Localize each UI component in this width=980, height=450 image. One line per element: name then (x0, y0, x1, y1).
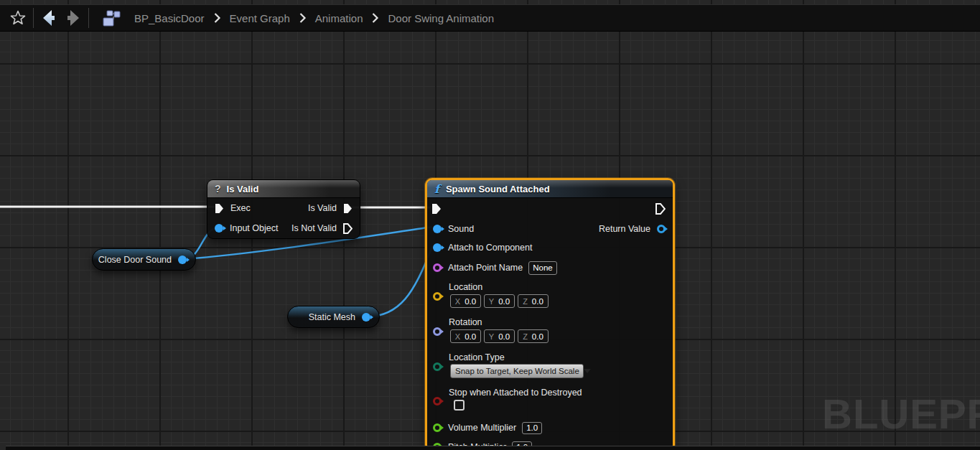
location-pin[interactable] (433, 292, 442, 301)
node-spawn-sound-attached[interactable]: f Spawn Sound Attached Sound Return Valu… (425, 178, 675, 450)
window-bottom-edge (6, 446, 980, 450)
pin-label: Is Valid (308, 203, 337, 213)
favorite-star-button[interactable] (6, 6, 30, 29)
star-icon (9, 9, 27, 27)
is-valid-exec-out-pin[interactable] (343, 203, 353, 214)
event-graph-icon (102, 9, 121, 27)
volume-multiplier-input[interactable]: 1.0 (522, 422, 542, 434)
back-arrow-icon (39, 9, 58, 27)
axis-label: Y (489, 297, 494, 306)
rotation-vector-inputs: X0.0 Y0.0 Z0.0 (450, 329, 549, 343)
stop-when-attached-checkbox[interactable] (454, 400, 465, 411)
pin-label: Rotation (449, 317, 482, 327)
blueprint-graph-canvas[interactable]: BLUEPRINT (0, 0, 980, 450)
pin-label: Exec (230, 203, 251, 213)
axis-label: Y (489, 332, 494, 341)
pin-label: Location (449, 282, 482, 292)
axis-label: Z (523, 297, 528, 306)
exec-in-pin[interactable] (431, 203, 442, 215)
location-z-input[interactable]: Z0.0 (518, 294, 549, 308)
attach-point-name-input[interactable]: None (528, 261, 557, 275)
volume-multiplier-pin[interactable] (433, 423, 442, 432)
pin-label: Input Object (230, 223, 278, 233)
axis-value: 0.0 (498, 332, 510, 341)
node-static-mesh[interactable]: Static Mesh (287, 306, 380, 328)
forward-button[interactable] (61, 6, 85, 29)
node-close-door-sound[interactable]: Close Door Sound (92, 248, 196, 271)
axis-value: 0.0 (498, 297, 510, 306)
node-title: Spawn Sound Attached (446, 184, 550, 194)
node-header[interactable]: f Spawn Sound Attached (427, 180, 673, 198)
breadcrumb-item-door-swing-animation[interactable]: Door Swing Animation (388, 12, 494, 24)
location-x-input[interactable]: X0.0 (450, 294, 481, 308)
chevron-right-icon (299, 12, 307, 24)
question-mark-icon: ? (215, 183, 221, 194)
toolbar-separator (33, 8, 34, 28)
variable-label: Close Door Sound (98, 255, 172, 265)
axis-label: Z (523, 332, 528, 341)
function-icon: f (434, 182, 439, 196)
node-title: Is Valid (227, 184, 259, 194)
static-mesh-output-pin[interactable] (362, 313, 370, 322)
attach-point-name-pin[interactable] (433, 263, 442, 272)
stop-when-attached-pin[interactable] (433, 397, 442, 406)
pin-label: Location Type (449, 352, 505, 362)
breadcrumb-item-event-graph[interactable]: Event Graph (230, 12, 290, 24)
return-value-pin[interactable] (657, 225, 666, 233)
axis-value: 0.0 (465, 332, 476, 341)
toolbar-separator (88, 8, 89, 28)
exec-in-pin[interactable] (215, 203, 224, 214)
axis-value: 0.0 (465, 297, 476, 306)
rotation-pin[interactable] (433, 327, 442, 336)
node-is-valid[interactable]: ? Is Valid Exec Is Valid Input Object Is… (207, 179, 360, 239)
node-header[interactable]: ? Is Valid (207, 180, 360, 198)
rotation-y-input[interactable]: Y0.0 (484, 329, 515, 343)
input-object-pin[interactable] (215, 224, 223, 233)
back-button[interactable] (37, 6, 61, 29)
exec-out-pin[interactable] (655, 203, 666, 215)
dropdown-value: Snap to Target, Keep World Scale (455, 367, 579, 375)
variable-label: Static Mesh (309, 312, 355, 322)
is-not-valid-exec-out-pin[interactable] (343, 223, 353, 234)
axis-value: 0.0 (532, 297, 543, 306)
location-y-input[interactable]: Y0.0 (484, 294, 515, 308)
pin-label: Volume Multiplier (448, 423, 516, 433)
pin-label: Stop when Attached to Destroyed (449, 388, 582, 398)
pin-label: Return Value (599, 224, 650, 234)
pin-label: Attach Point Name (448, 263, 523, 273)
forward-arrow-icon (64, 9, 83, 27)
attach-to-component-pin[interactable] (433, 243, 442, 252)
axis-value: 0.0 (532, 332, 543, 341)
axis-label: X (455, 297, 460, 306)
location-type-dropdown[interactable]: Snap to Target, Keep World Scale (450, 364, 584, 378)
graph-breadcrumb-bar: BP_BasicDoor Event Graph Animation Door … (0, 4, 980, 32)
breadcrumb-item-blueprint[interactable]: BP_BasicDoor (134, 12, 205, 24)
pin-label: Sound (448, 224, 474, 234)
rotation-x-input[interactable]: X0.0 (450, 329, 481, 343)
dropdown-arrow-icon (584, 369, 591, 373)
chevron-right-icon (371, 12, 379, 24)
rotation-z-input[interactable]: Z0.0 (518, 329, 549, 343)
pin-label: Attach to Component (448, 243, 532, 253)
axis-label: X (455, 332, 460, 341)
pin-label: Is Not Valid (291, 223, 337, 233)
close-door-sound-output-pin[interactable] (178, 256, 187, 264)
location-vector-inputs: X0.0 Y0.0 Z0.0 (450, 294, 549, 308)
sound-pin[interactable] (433, 225, 442, 233)
location-type-pin[interactable] (433, 362, 442, 371)
breadcrumb-item-animation[interactable]: Animation (315, 12, 363, 24)
chevron-right-icon (213, 12, 221, 24)
wire-staticmesh-to-attachtocomponent[interactable] (368, 246, 432, 317)
